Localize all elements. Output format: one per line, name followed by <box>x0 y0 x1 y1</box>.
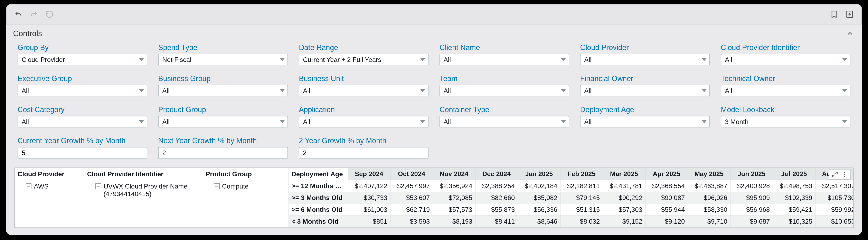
control-technical-owner: Technical OwnerAll <box>721 74 850 96</box>
month-header[interactable]: Nov 2024 <box>433 168 475 180</box>
select-value: All <box>444 87 559 95</box>
chevron-down-icon <box>139 120 144 123</box>
value-cell: $9,152 <box>603 216 645 228</box>
chevron-down-icon <box>842 120 847 123</box>
month-header[interactable]: Jun 2025 <box>730 168 773 180</box>
value-cell: $72,085 <box>433 192 475 204</box>
ny-growth-input[interactable] <box>162 149 284 157</box>
chevron-down-icon <box>561 120 566 123</box>
value-cell: $61,003 <box>348 204 390 216</box>
collapse-icon[interactable]: − <box>26 183 31 189</box>
cloud-provider-id-select[interactable]: All <box>721 54 850 65</box>
value-cell: $851 <box>348 216 390 228</box>
cloud-provider-cell: −AWS <box>15 180 84 228</box>
control-deployment-age: Deployment AgeAll <box>580 105 710 128</box>
control-application: ApplicationAll <box>299 105 429 128</box>
column-header[interactable]: Deployment Age <box>288 168 348 180</box>
value-cell: $95,909 <box>730 192 773 204</box>
value-cell: $2,517,307 <box>815 180 854 192</box>
container-type-select[interactable]: All <box>439 116 569 128</box>
kebab-menu-icon[interactable] <box>841 170 849 178</box>
application-select[interactable]: All <box>299 116 429 128</box>
select-value: All <box>303 118 418 126</box>
month-header[interactable]: Sep 2024 <box>348 168 390 180</box>
control-label: Container Type <box>439 105 569 114</box>
value-cell: $3,593 <box>390 216 433 228</box>
value-cell: $59,421 <box>773 204 815 216</box>
cloud-provider-select[interactable]: All <box>580 54 710 65</box>
technical-owner-select[interactable]: All <box>721 85 850 96</box>
deployment-age-cell: >= 3 Months Old <box>288 192 348 204</box>
month-header[interactable]: Jan 2025 <box>518 168 560 180</box>
svg-point-1 <box>844 172 845 173</box>
executive-group-select[interactable]: All <box>18 85 147 96</box>
chevron-down-icon <box>561 58 566 61</box>
chevron-down-icon <box>702 58 707 61</box>
control-spend-type: Spend TypeNet Fiscal <box>158 43 288 65</box>
chevron-down-icon <box>702 120 707 123</box>
business-group-select[interactable]: All <box>158 85 288 96</box>
cost-category-select[interactable]: All <box>18 116 147 128</box>
model-lookback-select[interactable]: 3 Month <box>721 116 850 128</box>
value-cell: $2,356,924 <box>433 180 475 192</box>
select-value: All <box>22 118 137 126</box>
month-header[interactable]: May 2025 <box>688 168 730 180</box>
control-label: Spend Type <box>158 43 288 52</box>
value-cell: $8,411 <box>475 216 518 228</box>
value-cell: $8,646 <box>518 216 560 228</box>
column-header[interactable]: Product Group <box>203 168 288 180</box>
select-value: All <box>584 87 700 95</box>
group-by-select[interactable]: Cloud Provider <box>18 54 147 65</box>
month-header[interactable]: Oct 2024 <box>390 168 433 180</box>
collapse-controls-button[interactable] <box>845 29 855 38</box>
team-select[interactable]: All <box>439 85 569 96</box>
business-unit-select[interactable]: All <box>299 85 429 96</box>
collapse-icon[interactable]: − <box>95 183 101 189</box>
cy-growth-input[interactable] <box>22 149 144 157</box>
month-header[interactable]: Apr 2025 <box>645 168 688 180</box>
pivot-table: Cloud ProviderCloud Provider IdentifierP… <box>14 168 854 228</box>
deployment-age-select[interactable]: All <box>580 116 710 128</box>
cy-growth-input-wrap <box>18 147 147 159</box>
month-header[interactable]: Dec 2024 <box>475 168 518 180</box>
month-header[interactable]: Mar 2025 <box>603 168 645 180</box>
value-cell: $51,315 <box>560 204 603 216</box>
chevron-down-icon <box>702 89 707 92</box>
control-container-type: Container TypeAll <box>439 105 569 128</box>
bookmark-icon[interactable] <box>829 9 839 19</box>
date-range-select[interactable]: Current Year + 2 Full Years <box>299 54 429 65</box>
chevron-down-icon <box>280 120 285 123</box>
value-cell: $58,330 <box>688 204 730 216</box>
client-name-select[interactable]: All <box>439 54 569 65</box>
value-cell: $2,402,184 <box>518 180 560 192</box>
financial-owner-select[interactable]: All <box>580 85 710 96</box>
spend-type-select[interactable]: Net Fiscal <box>158 54 288 65</box>
value-cell: $10,325 <box>773 216 815 228</box>
value-cell: $59,992 <box>815 204 854 216</box>
control-label: Executive Group <box>18 74 147 83</box>
column-header[interactable]: Cloud Provider Identifier <box>84 168 203 180</box>
column-header[interactable]: Cloud Provider <box>15 168 84 180</box>
chevron-down-icon <box>420 89 425 92</box>
select-value: Current Year + 2 Full Years <box>303 56 418 64</box>
select-value: All <box>584 56 700 64</box>
product-group-select[interactable]: All <box>158 116 288 128</box>
redo-icon <box>29 9 39 19</box>
value-cell: $8,032 <box>560 216 603 228</box>
select-value: All <box>22 87 137 95</box>
chevron-down-icon <box>842 58 847 61</box>
select-value: All <box>725 56 840 64</box>
undo-icon[interactable] <box>13 9 23 19</box>
control-client-name: Client NameAll <box>439 43 569 65</box>
month-header[interactable]: Jul 2025 <box>773 168 815 180</box>
maximize-icon[interactable] <box>831 170 839 178</box>
value-cell: $2,407,122 <box>348 180 390 192</box>
value-cell: $55,873 <box>475 204 518 216</box>
y2-growth-input[interactable] <box>303 149 425 157</box>
product-group-cell: −Compute <box>203 180 288 228</box>
product-group-value: Compute <box>222 182 249 190</box>
table-row: −AWS−UVWX Cloud Provider Name (479344140… <box>15 180 854 192</box>
month-header[interactable]: Feb 2025 <box>560 168 603 180</box>
collapse-icon[interactable]: − <box>214 183 220 189</box>
export-icon[interactable] <box>845 9 855 19</box>
